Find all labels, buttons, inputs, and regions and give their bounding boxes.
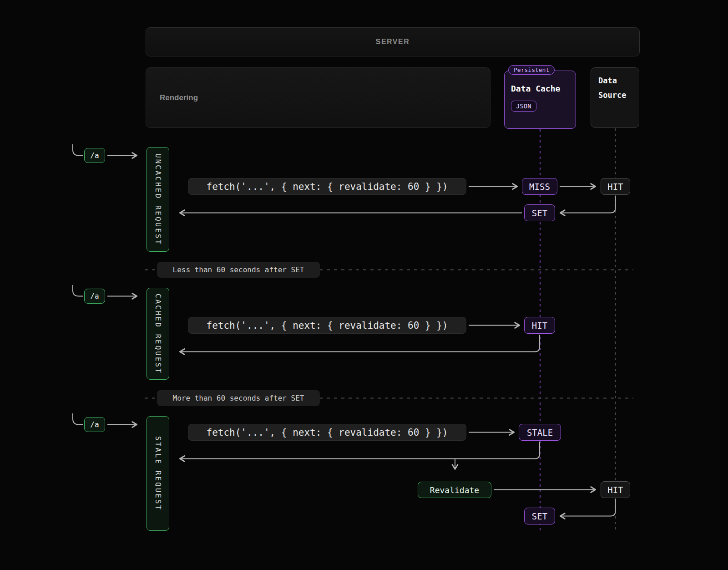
row2-lane-label: CACHED REQUEST: [154, 294, 162, 374]
row1-fetch-code: fetch('...', { next: { revalidate: 60 } …: [206, 181, 448, 192]
data-source-panel: Data Source: [591, 67, 639, 128]
row3-source-hit-label: HIT: [607, 485, 623, 495]
row3-stale-return: [180, 442, 540, 459]
data-cache-title: Data Cache: [511, 84, 569, 93]
rendering-panel: Rendering: [146, 67, 490, 128]
divider-less-than-60s: Less than 60 seconds after SET: [157, 262, 320, 278]
row1-route-hook: [73, 144, 83, 156]
row3-route-hook: [73, 413, 83, 425]
row3-revalidate-label: Revalidate: [430, 485, 479, 495]
row2-cache-hit-chip: HIT: [524, 317, 555, 334]
server-panel: SERVER: [146, 27, 640, 56]
row1-source-hit-label: HIT: [607, 182, 623, 192]
data-source-title: Data Source: [598, 76, 626, 100]
divider1-label: Less than 60 seconds after SET: [173, 265, 304, 274]
row1-route-chip: /a: [84, 148, 105, 163]
row2-lane-cached-request: CACHED REQUEST: [147, 288, 169, 380]
row1-cache-set-chip: SET: [524, 204, 555, 221]
row1-lane-uncached-request: UNCACHED REQUEST: [147, 147, 169, 252]
row3-lane-stale-request: STALE REQUEST: [147, 416, 169, 531]
row2-cache-hit-label: HIT: [532, 321, 547, 331]
row2-route-label: /a: [90, 292, 99, 300]
row2-route-chip: /a: [84, 289, 105, 304]
row1-cache-miss-label: MISS: [529, 182, 550, 192]
row3-cache-stale-chip: STALE: [519, 424, 561, 441]
data-cache-panel: Persistent Data Cache JSON: [504, 71, 576, 129]
rendering-label: Rendering: [160, 93, 198, 102]
row2-fetch-code: fetch('...', { next: { revalidate: 60 } …: [206, 320, 448, 331]
row1-fetch-call: fetch('...', { next: { revalidate: 60 } …: [188, 178, 466, 195]
divider2-label: More than 60 seconds after SET: [173, 394, 304, 402]
server-label: SERVER: [376, 38, 410, 46]
row1-lane-label: UNCACHED REQUEST: [154, 153, 162, 245]
row3-route-label: /a: [90, 420, 99, 429]
row2-hit-return: [180, 335, 540, 352]
json-format-chip: JSON: [511, 101, 536, 112]
row3-hit-to-set: [561, 499, 616, 516]
row3-lane-label: STALE REQUEST: [154, 436, 162, 511]
row3-fetch-code: fetch('...', { next: { revalidate: 60 } …: [206, 427, 448, 438]
row3-route-chip: /a: [84, 417, 105, 432]
persistent-badge: Persistent: [508, 65, 555, 75]
row1-hit-to-set: [561, 196, 616, 213]
divider-more-than-60s: More than 60 seconds after SET: [157, 390, 320, 406]
row3-revalidate-chip: Revalidate: [418, 482, 491, 498]
row1-route-label: /a: [90, 151, 99, 160]
data-cache-revalidation-diagram: SERVER Rendering Persistent Data Cache J…: [0, 0, 728, 570]
row3-cache-set-label: SET: [532, 511, 547, 521]
row3-fetch-call: fetch('...', { next: { revalidate: 60 } …: [188, 424, 466, 441]
row3-source-hit-chip: HIT: [601, 481, 630, 498]
row2-route-hook: [73, 285, 83, 296]
row1-cache-set-label: SET: [532, 208, 547, 218]
row2-fetch-call: fetch('...', { next: { revalidate: 60 } …: [188, 317, 466, 334]
row3-cache-stale-label: STALE: [527, 428, 553, 438]
row3-cache-set-chip: SET: [524, 508, 555, 524]
row1-cache-miss-chip: MISS: [522, 178, 557, 195]
row1-source-hit-chip: HIT: [601, 178, 630, 195]
